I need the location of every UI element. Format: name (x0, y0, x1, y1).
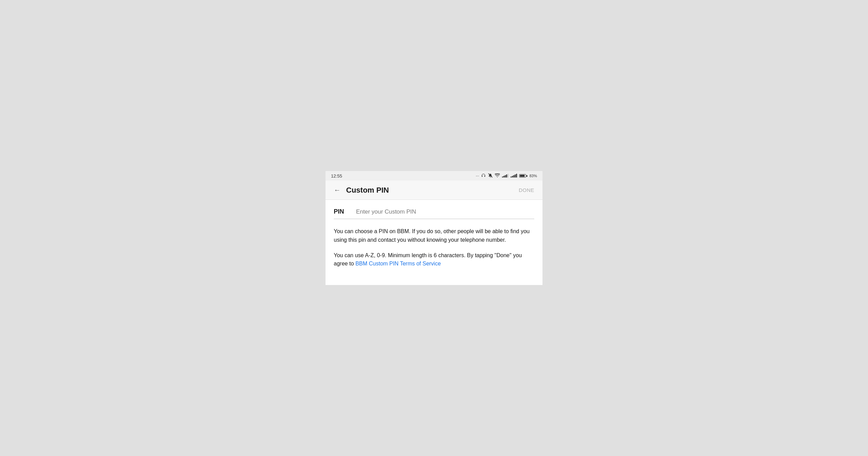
signal1-icon (502, 173, 509, 178)
signal2-icon (511, 173, 517, 178)
page-title: Custom PIN (346, 186, 516, 195)
battery-icon (519, 174, 527, 178)
pin-input[interactable] (356, 208, 534, 215)
status-bar: 12:55 ··· (326, 171, 542, 181)
dots-icon: ··· (476, 174, 479, 178)
app-bar: ← Custom PIN DONE (326, 181, 542, 200)
notification-icon (488, 173, 493, 179)
phone-frame: 12:55 ··· (326, 171, 542, 285)
battery-percent: 83% (529, 174, 537, 178)
pin-row: PIN (334, 208, 534, 219)
description-text-1: You can choose a PIN on BBM. If you do s… (334, 227, 534, 244)
done-button[interactable]: DONE (516, 184, 537, 196)
description-text-2: You can use A-Z, 0-9. Minimum length is … (334, 251, 534, 269)
status-time: 12:55 (331, 173, 342, 179)
wifi-icon (495, 173, 500, 178)
status-icons: ··· (476, 173, 537, 179)
content-area: PIN You can choose a PIN on BBM. If you … (326, 200, 542, 276)
terms-of-service-link[interactable]: BBM Custom PIN Terms of Service (355, 261, 441, 266)
headphone-icon (481, 173, 486, 178)
pin-label: PIN (334, 208, 349, 215)
back-button[interactable]: ← (331, 183, 343, 197)
